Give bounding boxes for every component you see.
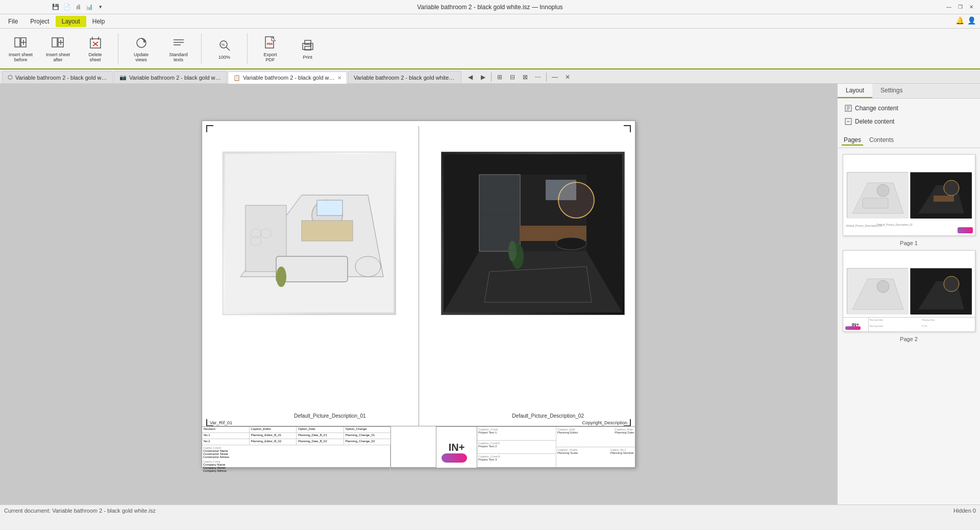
thumb-1-photo [910,172,971,218]
delete-content-button[interactable]: Delete content [842,116,976,127]
insert-sheet-after-button[interactable]: Insert sheet after [41,31,75,66]
split-view-button[interactable]: ⊟ [507,71,518,83]
tb-change-1: Planning_Change_01 [344,433,391,439]
tab-layout[interactable]: 📋 Variable bathroom 2 - black gold white… [228,71,347,84]
insert-sheet-before-button[interactable]: Insert sheet before [4,31,37,66]
menu-help[interactable]: Help [86,16,111,27]
svg-rect-24 [305,40,311,44]
zoom-100-button[interactable]: % 100% [208,31,241,66]
page-2-thumbnail[interactable]: IN+ Planning Editor Planning Date Planni… [843,250,975,332]
more-button[interactable]: ⋯ [532,71,544,83]
tab-contents[interactable]: Contents [867,135,896,146]
svg-rect-48 [546,180,576,200]
tab-main[interactable]: Variable bathroom 2 - black gold white.i… [348,71,461,83]
tab-main-label: Variable bathroom 2 - black gold white.i… [354,75,456,81]
minimize-button[interactable]: — [944,3,953,12]
ribbon-toolbar: Insert sheet before Insert sheet after D… [0,29,980,69]
print-icon [300,37,316,54]
thumb-2-photo [910,268,971,314]
restore-button[interactable]: ❐ [955,3,965,12]
tb-editor-1: Planning_Editor_B_01 [250,433,297,439]
corner-mark-tr [624,125,631,132]
tab-pages[interactable]: Pages [842,135,863,146]
close-panel-button[interactable]: ✕ [562,71,573,83]
delete-sheet-button[interactable]: Delete sheet [79,31,112,66]
var-ref: Var_Rif_01 [210,420,232,425]
thumb-2-inner: IN+ Planning Editor Planning Date Planni… [843,251,975,331]
qa-dropdown[interactable]: ▾ [96,2,105,11]
sheet-divider [419,126,419,426]
tb-col-caption: Caption_Editor [250,427,297,432]
toolbar-sep [491,73,492,82]
thumb-1-inner: Default_Picture_Description_01 Default_P… [843,155,975,235]
notify-icon: 🔔 [955,16,964,25]
svg-point-47 [508,241,517,261]
menu-layout[interactable]: Layout [56,16,86,27]
svg-point-66 [944,180,959,196]
svg-rect-36 [302,221,353,241]
menu-project[interactable]: Project [24,16,55,27]
copyright-desc: Copyright_Description [582,420,627,425]
thumb-1-mini-block [958,227,973,233]
export-pdf-icon: PDF [262,35,279,51]
tab-photo[interactable]: 📷 Variable bathroom 2 - black gold white… [114,71,227,83]
svg-rect-34 [276,256,348,282]
tb-header: Revision Caption_Editor Option_Date Opti… [202,427,390,433]
layout-sheet: Default_Picture_Description_01 Default_P… [202,121,635,468]
print-button[interactable]: Print [291,31,324,66]
delete-content-label: Delete content [855,118,894,125]
update-views-button[interactable]: Update views [125,31,158,66]
standard-texts-button[interactable]: Standard texts [162,31,195,66]
photo-sim-content [442,152,624,315]
svg-rect-63 [863,198,888,208]
tab-layout-label: Variable bathroom 2 - black gold white.i… [243,75,335,81]
status-bar: Current document: Variable bathroom 2 - … [0,504,980,516]
tb-change-2: Planning_Change_02 [344,439,391,445]
change-content-button[interactable]: Change content [842,103,976,114]
qa-chart[interactable]: 📊 [85,2,94,11]
close-button[interactable]: ✕ [967,3,976,12]
main-layout: ‖ [0,84,980,504]
change-content-label: Change content [855,105,898,112]
qa-print[interactable]: 🖨 [74,2,83,11]
svg-marker-45 [484,267,592,302]
qa-save[interactable]: 💾 [51,2,60,11]
tb-row-2: No.2 Planning_Editor_B_02 Planning_Date_… [202,439,390,445]
tab-3d[interactable]: ⬡ Variable bathroom 2 - black gold white… [2,71,113,83]
title-text: Variable bathroom 2 - black gold white.i… [417,4,562,11]
tab-layout-close[interactable]: ✕ [337,75,341,81]
photo-image-right[interactable] [441,152,625,315]
menu-file[interactable]: File [2,16,24,27]
play-forward-button[interactable]: ▶ [477,71,488,83]
toolbar-sep2 [546,73,547,82]
grid-view-button[interactable]: ⊞ [494,71,505,83]
tb-row-1: No.1 Planning_Editor_B_01 Planning_Date_… [202,433,390,439]
tab-layout-panel[interactable]: Layout [838,84,872,98]
svg-rect-8 [90,39,101,48]
standard-texts-icon [170,35,187,51]
page-1-thumbnail[interactable]: Default_Picture_Description_01 Default_P… [843,154,975,236]
delete-sheet-icon [87,35,104,51]
svg-rect-4 [52,38,57,47]
desc-right: Default_Picture_Description_02 [512,413,584,419]
svg-point-35 [355,256,381,277]
qa-new[interactable]: 📄 [62,2,71,11]
svg-text:PDF: PDF [267,42,273,45]
tb-col-revision: Revision [202,427,250,432]
change-content-icon [845,105,852,112]
status-left: Current document: Variable bathroom 2 - … [4,508,156,514]
tab-settings-panel[interactable]: Settings [872,84,911,98]
tb-no-1: No.1 [202,433,250,439]
single-view-button[interactable]: ⊠ [520,71,531,83]
quick-access-toolbar: 💾 📄 🖨 📊 ▾ [51,2,105,11]
ribbon-sep-3 [247,33,248,64]
svg-text:%: % [221,42,225,47]
sketch-image-left[interactable] [223,152,396,315]
corner-mark-tl [206,125,213,132]
photo-icon: 📷 [119,74,127,81]
play-back-button[interactable]: ◀ [464,71,476,83]
desc-left: Default_Picture_Description_01 [294,413,366,419]
title-logo: IN+ [436,427,477,468]
minimize-panel-button[interactable]: — [549,71,560,83]
export-pdf-button[interactable]: PDF Export PDF [254,31,287,66]
